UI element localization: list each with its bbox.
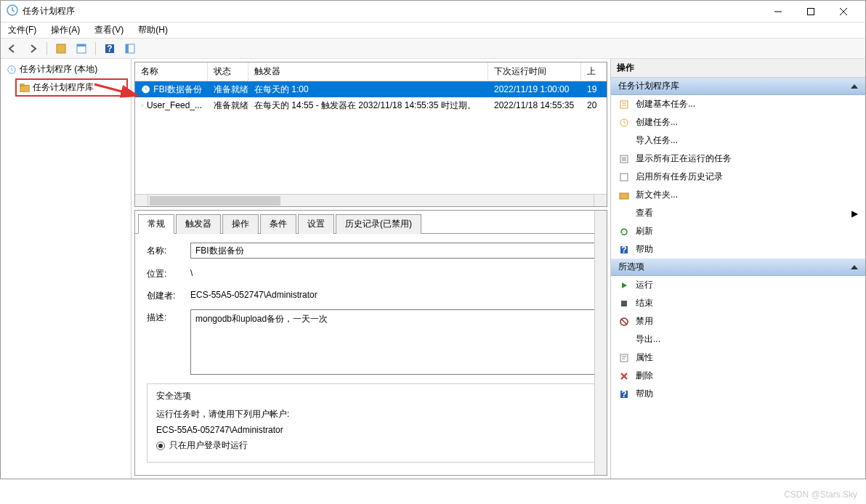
- help-toolbar-button[interactable]: ?: [101, 41, 118, 57]
- action-create-basic[interactable]: 创建基本任务...: [611, 95, 865, 113]
- action-group-selected[interactable]: 所选项: [611, 259, 865, 276]
- properties-icon: [618, 352, 630, 364]
- action-help-2[interactable]: ?帮助: [611, 385, 865, 403]
- app-icon: [7, 4, 18, 18]
- props-button[interactable]: [73, 41, 90, 57]
- svg-rect-4: [77, 44, 86, 46]
- clock-icon: [141, 84, 150, 94]
- watermark: CSDN @Stars.Sky: [784, 489, 857, 500]
- pane-button[interactable]: [121, 41, 139, 57]
- svg-rect-14: [620, 101, 628, 108]
- author-value: ECS-55A5-052747\Administrator: [190, 288, 595, 302]
- location-value: \: [190, 266, 595, 280]
- logged-on-label: 只在用户登录时运行: [169, 439, 248, 452]
- actions-title: 操作: [611, 59, 865, 78]
- svg-rect-2: [57, 44, 65, 53]
- action-enable-history[interactable]: 启用所有任务历史记录: [611, 168, 865, 186]
- logged-on-radio[interactable]: [156, 442, 165, 450]
- action-refresh[interactable]: 刷新: [611, 222, 865, 240]
- clock-icon: [141, 100, 144, 110]
- desc-label: 描述:: [147, 309, 182, 324]
- close-button[interactable]: [827, 1, 859, 22]
- action-end[interactable]: 结束: [611, 294, 865, 312]
- desc-field[interactable]: [190, 309, 595, 375]
- tab-conditions[interactable]: 条件: [260, 214, 296, 234]
- action-delete[interactable]: 删除: [611, 367, 865, 385]
- col-trigger[interactable]: 触发器: [248, 62, 488, 81]
- stop-icon: [618, 298, 630, 309]
- maximize-button[interactable]: [794, 1, 827, 22]
- list-icon: [618, 153, 630, 165]
- forward-button[interactable]: [24, 41, 41, 57]
- collapse-icon: [851, 265, 858, 269]
- run-as-user: ECS-55A5-052747\Administrator: [156, 425, 586, 435]
- collapse-icon: [851, 84, 858, 89]
- task-row[interactable]: FBI数据备份 准备就绪 在每天的 1:00 2022/11/19 1:00:0…: [135, 81, 607, 97]
- svg-rect-23: [620, 354, 628, 362]
- window-title: 任务计划程序: [23, 5, 75, 17]
- name-field[interactable]: [190, 243, 595, 259]
- col-last[interactable]: 上: [581, 62, 607, 81]
- action-import[interactable]: 导入任务...: [611, 131, 865, 150]
- wizard-icon: [618, 99, 630, 110]
- delete-icon: [618, 370, 630, 382]
- action-run[interactable]: 运行: [611, 276, 865, 294]
- help-icon: ?: [618, 389, 630, 400]
- play-icon: [618, 280, 630, 291]
- run-as-label: 运行任务时，请使用下列用户帐户:: [156, 408, 586, 420]
- tab-settings[interactable]: 设置: [298, 214, 334, 234]
- refresh-icon: [618, 226, 630, 237]
- action-show-running[interactable]: 显示所有正在运行的任务: [611, 150, 865, 168]
- history-icon: [618, 171, 630, 183]
- svg-rect-1: [807, 8, 814, 15]
- menu-view[interactable]: 查看(V): [92, 23, 126, 38]
- details-pane: 常规 触发器 操作 条件 设置 历史记录(已禁用) 名称: 位置: \: [134, 210, 607, 476]
- disable-icon: [618, 316, 630, 328]
- svg-text:?: ?: [621, 389, 626, 399]
- security-title: 安全选项: [156, 390, 586, 402]
- task-row[interactable]: User_Feed_... 准备就绪 在每天的 14:55 - 触发器在 203…: [135, 97, 607, 113]
- svg-rect-11: [20, 84, 24, 86]
- chevron-right-icon: ▶: [851, 208, 858, 219]
- tree-library[interactable]: 任务计划程序库: [15, 78, 128, 97]
- col-name[interactable]: 名称: [135, 62, 208, 81]
- action-pane-button[interactable]: [52, 41, 70, 57]
- svg-rect-18: [620, 193, 628, 199]
- action-group-library[interactable]: 任务计划程序库: [611, 78, 865, 95]
- minimize-button[interactable]: [761, 1, 794, 22]
- svg-rect-17: [620, 174, 628, 181]
- menu-file[interactable]: 文件(F): [5, 23, 39, 38]
- author-label: 创建者:: [147, 288, 182, 302]
- back-button[interactable]: [4, 41, 21, 57]
- svg-text:?: ?: [621, 245, 626, 255]
- tab-triggers[interactable]: 触发器: [176, 214, 221, 234]
- svg-text:?: ?: [107, 44, 112, 54]
- col-next[interactable]: 下次运行时间: [488, 62, 581, 81]
- action-export[interactable]: 导出...: [611, 330, 865, 349]
- tree-pane: 任务计划程序 (本地) 任务计划程序库: [1, 59, 131, 479]
- svg-rect-21: [621, 301, 627, 306]
- menu-action[interactable]: 操作(A): [48, 23, 83, 38]
- menubar: 文件(F) 操作(A) 查看(V) 帮助(H): [1, 23, 865, 38]
- tab-actions[interactable]: 操作: [222, 214, 259, 234]
- clock-icon: [618, 117, 630, 129]
- help-icon: ?: [618, 244, 630, 256]
- h-scrollbar[interactable]: [135, 194, 607, 206]
- titlebar: 任务计划程序: [1, 1, 865, 23]
- tab-history[interactable]: 历史记录(已禁用): [336, 214, 421, 234]
- col-status[interactable]: 状态: [208, 62, 248, 81]
- v-scrollbar[interactable]: [594, 211, 607, 475]
- location-label: 位置:: [147, 266, 182, 280]
- tab-general[interactable]: 常规: [138, 214, 174, 234]
- action-view[interactable]: 查看▶: [611, 204, 865, 222]
- name-label: 名称:: [147, 243, 182, 257]
- tree-root[interactable]: 任务计划程序 (本地): [4, 62, 128, 77]
- action-help[interactable]: ?帮助: [611, 240, 865, 259]
- action-new-folder[interactable]: 新文件夹...: [611, 186, 865, 204]
- tasks-list: 名称 状态 触发器 下次运行时间 上 FBI数据备份 准备就绪 在每天的 1:0…: [134, 62, 607, 207]
- action-create-task[interactable]: 创建任务...: [611, 113, 865, 131]
- svg-rect-8: [126, 44, 129, 53]
- menu-help[interactable]: 帮助(H): [135, 23, 171, 38]
- action-disable[interactable]: 禁用: [611, 312, 865, 330]
- action-properties[interactable]: 属性: [611, 349, 865, 367]
